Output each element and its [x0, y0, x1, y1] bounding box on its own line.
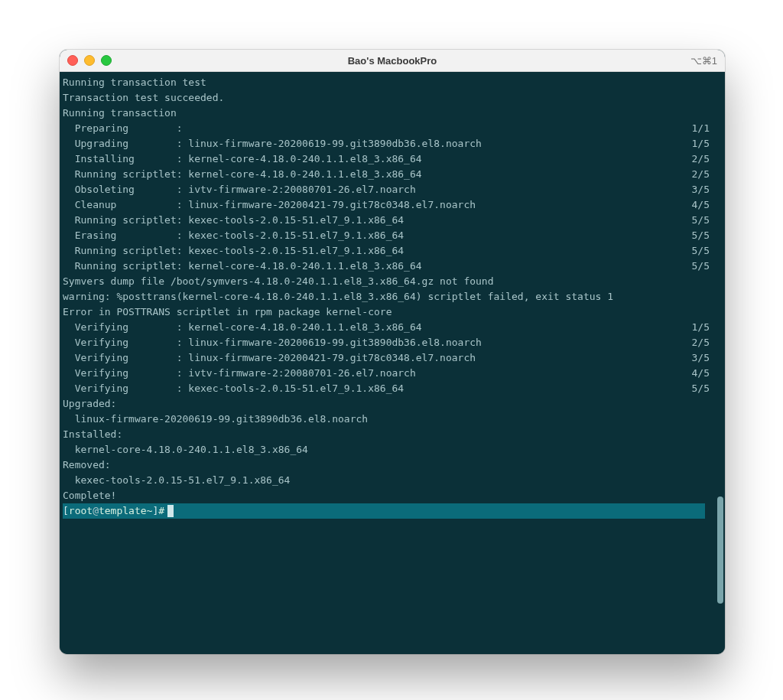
terminal-line: Erasing : kexec-tools-2.0.15-51.el7_9.1.…	[63, 228, 725, 243]
progress-count: 4/5	[692, 197, 710, 213]
terminal-line: Verifying : linux-firmware-20200421-79.g…	[63, 350, 725, 366]
shell-prompt[interactable]: [root@template ~]#	[63, 503, 705, 519]
terminal-line: Verifying : linux-firmware-20200619-99.g…	[63, 335, 725, 350]
progress-count: 1/5	[692, 320, 710, 335]
minimize-icon[interactable]	[84, 55, 95, 66]
progress-count: 3/5	[692, 182, 710, 197]
terminal-line: warning: %posttrans(kernel-core-4.18.0-2…	[63, 289, 725, 304]
terminal-line: Obsoleting : ivtv-firmware-2:20080701-26…	[63, 182, 725, 197]
progress-count: 5/5	[692, 381, 710, 396]
terminal-line: Upgrading : linux-firmware-20200619-99.g…	[63, 136, 725, 151]
terminal-line: Cleanup : linux-firmware-20200421-79.git…	[63, 197, 725, 213]
terminal-line: Symvers dump file /boot/symvers-4.18.0-2…	[63, 274, 725, 289]
progress-count: 3/5	[692, 350, 710, 366]
terminal-line: Running scriptlet: kexec-tools-2.0.15-51…	[63, 213, 725, 228]
prompt-path: ~	[147, 503, 153, 519]
progress-count: 2/5	[692, 151, 710, 167]
progress-count: 2/5	[692, 335, 710, 350]
progress-count: 4/5	[692, 366, 710, 381]
prompt-open: [	[63, 503, 69, 519]
prompt-host: template	[99, 503, 147, 519]
terminal-line: Complete!	[63, 488, 725, 503]
progress-count: 1/5	[692, 136, 710, 151]
terminal-line: Transaction test succeeded.	[63, 90, 725, 106]
cursor-icon	[167, 505, 174, 517]
terminal-line: Running scriptlet: kernel-core-4.18.0-24…	[63, 167, 725, 182]
scrollbar[interactable]	[716, 72, 723, 654]
prompt-user: root	[69, 503, 93, 519]
window-title: Bao's MacbookPro	[60, 55, 725, 67]
terminal-body[interactable]: Running transaction testTransaction test…	[60, 72, 725, 654]
zoom-icon[interactable]	[101, 55, 112, 66]
scrollbar-thumb[interactable]	[717, 497, 723, 604]
terminal-window: Bao's MacbookPro ⌥⌘1 Running transaction…	[60, 50, 725, 654]
progress-count: 5/5	[692, 213, 710, 228]
terminal-line: Verifying : kernel-core-4.18.0-240.1.1.e…	[63, 320, 725, 335]
terminal-line: Installed:	[63, 427, 725, 442]
traffic-lights	[67, 55, 112, 66]
close-icon[interactable]	[67, 55, 78, 66]
prompt-close: ]	[152, 503, 158, 519]
progress-count: 2/5	[692, 167, 710, 182]
prompt-at: @	[93, 503, 99, 519]
terminal-line: linux-firmware-20200619-99.git3890db36.e…	[63, 412, 725, 427]
terminal-line: Running scriptlet: kexec-tools-2.0.15-51…	[63, 243, 725, 259]
progress-count: 1/1	[692, 121, 710, 136]
terminal-line: Upgraded:	[63, 396, 725, 412]
terminal-line: Removed:	[63, 457, 725, 473]
terminal-line: Installing : kernel-core-4.18.0-240.1.1.…	[63, 151, 725, 167]
terminal-line: Running transaction	[63, 106, 725, 121]
progress-count: 5/5	[692, 243, 710, 259]
terminal-line: kernel-core-4.18.0-240.1.1.el8_3.x86_64	[63, 442, 725, 457]
prompt-symbol: #	[158, 503, 164, 519]
terminal-line: kexec-tools-2.0.15-51.el7_9.1.x86_64	[63, 473, 725, 488]
terminal-line: Verifying : ivtv-firmware-2:20080701-26.…	[63, 366, 725, 381]
progress-count: 5/5	[692, 228, 710, 243]
progress-count: 5/5	[692, 259, 710, 274]
terminal-line: Running transaction test	[63, 75, 725, 90]
terminal-line: Preparing : 1/1	[63, 121, 725, 136]
terminal-line: Verifying : kexec-tools-2.0.15-51.el7_9.…	[63, 381, 725, 396]
window-shortcut: ⌥⌘1	[690, 55, 717, 67]
terminal-line: Running scriptlet: kernel-core-4.18.0-24…	[63, 259, 725, 274]
terminal-line: Error in POSTTRANS scriptlet in rpm pack…	[63, 304, 725, 320]
titlebar[interactable]: Bao's MacbookPro ⌥⌘1	[60, 50, 725, 72]
